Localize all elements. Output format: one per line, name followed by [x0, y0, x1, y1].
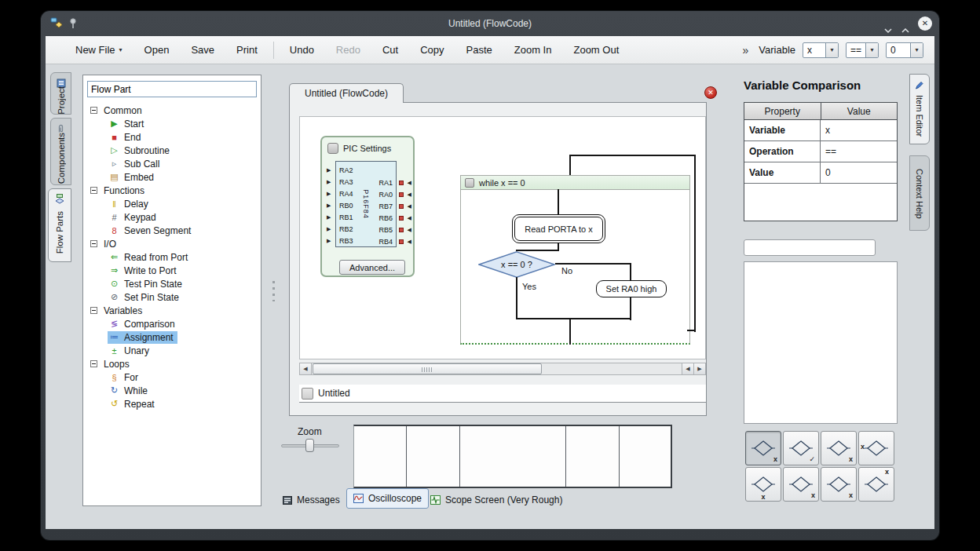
tree-item-for[interactable]: §For — [83, 370, 261, 384]
tree-group-common[interactable]: Common — [83, 104, 261, 117]
tree-item-subroutine[interactable]: ▷Subroutine — [83, 144, 261, 157]
item-editor-input[interactable] — [744, 239, 876, 256]
tree-item-set-pin-state[interactable]: ⊘Set Pin State — [83, 290, 261, 304]
tree-item-write-to-port[interactable]: ⇒Write to Port — [83, 264, 261, 277]
sidebar-tab-project[interactable]: Project — [50, 72, 71, 115]
scroll-left-icon[interactable]: ◀ — [682, 363, 693, 374]
tree-item-sub-call[interactable]: ▹Sub Call — [83, 157, 261, 170]
toolbar-overflow-chevron[interactable]: » — [742, 44, 748, 57]
document-tab[interactable]: Untitled (FlowCode) — [289, 83, 404, 103]
toolbar-button-paste[interactable]: Paste — [455, 36, 503, 64]
comparison-style-button-1[interactable]: x — [745, 431, 781, 465]
set-ra0-label: Set RA0 high — [606, 284, 657, 294]
tree-item-unary[interactable]: ±Unary — [83, 344, 261, 357]
tree-item-seven-segment[interactable]: 8Seven Segment — [83, 224, 261, 237]
scroll-right-icon[interactable]: ▶ — [693, 363, 705, 374]
bottom-tab-messages[interactable]: Messages — [276, 491, 346, 509]
right-tab-context-help[interactable]: Context Help — [909, 155, 930, 231]
flow-part-filter-input[interactable] — [87, 81, 257, 97]
toolbar-button-cut[interactable]: Cut — [371, 36, 409, 64]
tree-item-test-pin-state[interactable]: ⊙Test Pin State — [83, 277, 261, 290]
tree-expander-icon[interactable] — [90, 240, 97, 247]
tree-item-start[interactable]: ▶Start — [83, 117, 261, 130]
tree-item-end[interactable]: ■End — [83, 130, 261, 144]
sidebar-tab-components[interactable]: Components — [50, 118, 71, 185]
bottom-tab-scope-screen-very-rough[interactable]: Scope Screen (Very Rough) — [424, 491, 569, 509]
item-editor-listbox[interactable] — [744, 261, 898, 424]
macro-list-item[interactable]: Untitled — [299, 385, 706, 403]
property-value[interactable]: x — [821, 120, 897, 140]
flow-parts-icon — [55, 193, 64, 207]
tree-item-embed[interactable]: ▤Embed — [83, 170, 261, 184]
toolbar-button-label: Print — [236, 44, 258, 56]
tree-expander-icon[interactable] — [90, 107, 97, 114]
toolbar-button-zoom-in[interactable]: Zoom In — [503, 36, 563, 64]
titlebar[interactable]: Untitled (FlowCode) ✕ — [41, 11, 939, 36]
read-porta-box[interactable]: Read PORTA to x — [512, 214, 605, 243]
maximize-button[interactable] — [901, 22, 909, 36]
comparison-style-button-7[interactable]: x — [821, 467, 857, 502]
tree-group-variables[interactable]: Variables — [83, 304, 261, 317]
tree-item-assignment[interactable]: ≔Assignment — [83, 330, 261, 344]
tree-item-while[interactable]: ↻While — [83, 384, 261, 397]
toolbar-button-save[interactable]: Save — [180, 36, 225, 64]
toolbar-button-zoom-out[interactable]: Zoom Out — [562, 36, 630, 64]
tree-item-delay[interactable]: ‖Delay — [83, 197, 261, 210]
while-loop-header[interactable]: while x == 0 — [461, 176, 689, 190]
tree-group-i-o[interactable]: I/O — [83, 237, 261, 250]
comparison-style-button-2[interactable]: ✓ — [783, 431, 819, 465]
comparison-style-button-6[interactable]: x — [783, 467, 819, 502]
comparison-style-button-3[interactable]: x — [821, 431, 857, 465]
right-tab-item-editor[interactable]: Item Editor — [909, 74, 930, 144]
toolbar-button-label: Open — [144, 44, 170, 56]
pic-settings-group[interactable]: PIC Settings P16F84 RA2▶RA3▶RA4▶RB0▶RB1▶… — [320, 136, 415, 277]
tree-expander-icon[interactable] — [90, 187, 97, 194]
minimize-button[interactable] — [884, 22, 892, 36]
canvas-horizontal-scrollbar[interactable]: ◀ ◀ ▶ — [299, 363, 706, 375]
tree-expander-icon[interactable] — [90, 307, 97, 314]
tree-expander-icon[interactable] — [90, 360, 97, 367]
toolbar-button-print[interactable]: Print — [225, 36, 269, 64]
toolbar-button-open[interactable]: Open — [133, 36, 181, 64]
operator-combo[interactable]: ==▾ — [846, 42, 879, 58]
dropdown-arrow-icon[interactable]: ▾ — [865, 43, 878, 57]
toolbar-button-copy[interactable]: Copy — [409, 36, 455, 64]
tree-item-repeat[interactable]: ↺Repeat — [83, 397, 261, 411]
tree-item-read-from-port[interactable]: ⇐Read from Port — [83, 250, 261, 264]
property-name: Operation — [744, 141, 821, 162]
close-tab-button[interactable]: ✕ — [704, 86, 717, 99]
comparison-style-button-8[interactable]: x — [858, 467, 894, 502]
panel-splitter[interactable] — [272, 281, 275, 301]
variable-combo[interactable]: x▾ — [803, 42, 839, 58]
window-close-button[interactable]: ✕ — [918, 16, 932, 31]
comparison-style-button-4[interactable]: x — [858, 431, 894, 465]
property-value[interactable]: 0 — [821, 162, 897, 183]
bottom-tab-oscilloscope[interactable]: Oscilloscope — [346, 488, 429, 509]
set-ra0-box[interactable]: Set RA0 high — [596, 280, 667, 297]
scroll-left-icon[interactable]: ◀ — [300, 363, 312, 374]
advanced-button[interactable]: Advanced... — [339, 260, 405, 275]
flowchart-canvas[interactable]: PIC Settings P16F84 RA2▶RA3▶RA4▶RB0▶RB1▶… — [299, 116, 706, 359]
comparison-style-button-5[interactable]: x — [745, 467, 781, 502]
scrollbar-thumb[interactable] — [313, 363, 542, 374]
property-value[interactable]: == — [821, 141, 897, 162]
toolbar-button-redo[interactable]: Redo — [325, 36, 371, 64]
dropdown-arrow-icon[interactable]: ▾ — [825, 43, 838, 57]
pic-chip[interactable]: P16F84 RA2▶RA3▶RA4▶RB0▶RB1▶RB2▶RB3▶RA1◀R… — [335, 161, 397, 247]
tree-item-keypad[interactable]: #Keypad — [83, 210, 261, 224]
value-combo[interactable]: 0▾ — [886, 42, 923, 58]
tree-item-label: Read from Port — [122, 252, 189, 263]
tree-group-loops[interactable]: Loops — [83, 357, 261, 370]
zoom-slider-thumb[interactable] — [305, 439, 314, 452]
toolbar-button-new-file[interactable]: New File▾ — [64, 36, 133, 64]
scope-screen-icon — [430, 495, 441, 505]
tree-item-comparison[interactable]: ≶Comparison — [83, 317, 261, 330]
tree-item-label: Subroutine — [122, 145, 171, 156]
toolbar-button-label: Cut — [382, 44, 398, 56]
toolbar-button-undo[interactable]: Undo — [279, 36, 325, 64]
tree-group-functions[interactable]: Functions — [83, 184, 261, 197]
decision-diamond[interactable]: x == 0 ? — [478, 251, 555, 278]
pin-label: RA4 — [339, 190, 353, 198]
dropdown-arrow-icon[interactable]: ▾ — [910, 43, 923, 57]
sidebar-tab-flow-parts[interactable]: Flow Parts — [48, 188, 71, 262]
